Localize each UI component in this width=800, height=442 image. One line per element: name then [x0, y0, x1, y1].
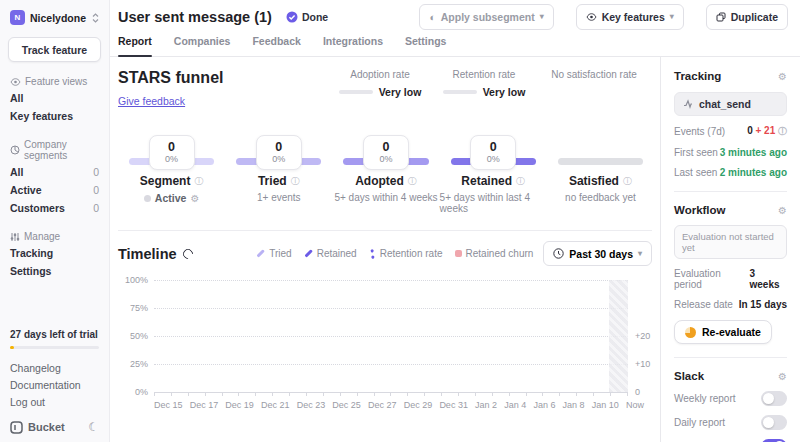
info-icon[interactable]: ⓘ	[516, 175, 525, 188]
sidebar-item-all-features[interactable]: All	[8, 89, 101, 107]
status-badge[interactable]: Done	[286, 11, 328, 23]
evaluation-pie-icon	[685, 327, 696, 338]
chart-legend: Tried Retained Retention rate Retained c…	[256, 248, 533, 259]
last-seen-row: Last seen 2 minutes ago	[674, 167, 787, 178]
gear-icon[interactable]: ⚙	[778, 71, 787, 82]
funnel-stage-retained[interactable]: 0 0% Retainedⓘ 5+ days within last 4 wee…	[440, 135, 547, 214]
stage-bar	[558, 158, 643, 165]
workspace-switcher[interactable]: N Nicelydone Tes...	[8, 10, 101, 25]
sidebar-item-tracking[interactable]: Tracking	[8, 244, 101, 262]
rate-summary: Adoption rate Very low Retention rate Ve…	[328, 69, 654, 98]
date-range-dropdown[interactable]: Past 30 days ▾	[543, 241, 652, 266]
dotted-line-swatch	[367, 248, 378, 259]
legend-retained-churn[interactable]: Retained churn	[455, 248, 534, 259]
tab-feedback[interactable]: Feedback	[252, 33, 300, 56]
adoption-rate: Adoption rate Very low	[328, 69, 432, 98]
retention-rate-bar	[443, 90, 477, 94]
info-icon[interactable]: ⓘ	[623, 175, 632, 188]
duplicate-button[interactable]: Duplicate	[706, 4, 788, 30]
plot-area	[154, 280, 628, 392]
tracking-section-title: Tracking	[674, 70, 721, 82]
key-features-button[interactable]: Key features ▾	[576, 4, 684, 30]
tab-report[interactable]: Report	[118, 33, 152, 56]
left-sidebar: N Nicelydone Tes... Track feature Featur…	[0, 0, 110, 442]
funnel-title: STARS funnel	[118, 69, 223, 87]
sidebar-item-key-features[interactable]: Key features	[8, 107, 101, 125]
x-axis-labels: Dec 15 Dec 17 Dec 19 Dec 21 Dec 23 Dec 2…	[154, 398, 644, 410]
app-root: N Nicelydone Tes... Track feature Featur…	[0, 0, 800, 442]
report-tabs: Report Companies Feedback Integrations S…	[110, 33, 800, 57]
segment-status-dot	[144, 195, 151, 202]
report-content: STARS funnel Give feedback Adoption rate…	[110, 57, 660, 442]
gear-icon[interactable]: ⚙	[190, 193, 199, 204]
daily-report-toggle[interactable]	[761, 415, 787, 430]
eye-icon	[586, 13, 597, 21]
legend-retained[interactable]: Retained	[304, 248, 357, 259]
logout-link[interactable]: Log out	[8, 393, 101, 410]
timeline-spinner-icon	[180, 246, 194, 260]
sidebar-item-segment-active[interactable]: Active0	[8, 181, 101, 199]
page-header: User sent message (1) Done ◐ Apply subse…	[110, 0, 800, 33]
changelog-link[interactable]: Changelog	[8, 359, 101, 376]
event-icon	[683, 99, 693, 109]
info-icon[interactable]: ⓘ	[291, 175, 300, 188]
give-feedback-link[interactable]: Give feedback	[118, 95, 185, 107]
funnel-stage-segment[interactable]: 0 0% Segmentⓘ Active⚙	[118, 135, 225, 214]
line-swatch	[257, 249, 265, 257]
tab-companies[interactable]: Companies	[174, 33, 231, 56]
weekly-report-toggle[interactable]	[761, 391, 787, 406]
satisfaction-rate: No satisfaction rate	[536, 69, 652, 98]
stage-value-card: 0 0%	[470, 135, 516, 170]
done-check-icon	[286, 11, 298, 23]
tab-settings[interactable]: Settings	[405, 33, 446, 56]
legend-retention-rate[interactable]: Retention rate	[369, 248, 443, 259]
square-swatch	[455, 250, 462, 257]
chevron-down-icon: ▾	[540, 12, 544, 21]
info-icon[interactable]: ⓘ	[194, 175, 203, 188]
line-swatch	[304, 249, 312, 257]
sidebar-item-segment-all[interactable]: All0	[8, 163, 101, 181]
feature-views-section-title: Feature views	[10, 76, 99, 87]
release-date-row: Release date In 15 days	[674, 299, 787, 310]
dark-mode-toggle-moon-icon[interactable]: ☾	[88, 420, 99, 434]
stage-value-card: 0 0%	[256, 135, 302, 170]
trial-progress-bar	[10, 346, 99, 349]
retention-rate: Retention rate Very low	[432, 69, 536, 98]
workspace-name: Nicelydone Tes...	[30, 12, 87, 24]
weekly-report-row: Weekly report	[674, 391, 787, 406]
track-feature-button[interactable]: Track feature	[8, 37, 101, 62]
sidebar-item-settings[interactable]: Settings	[8, 262, 101, 280]
workspace-avatar: N	[10, 10, 25, 25]
brand-name: Bucket	[28, 421, 83, 433]
documentation-link[interactable]: Documentation	[8, 376, 101, 393]
trial-days-left: 27 days left of trial	[8, 329, 101, 340]
apply-subsegment-button[interactable]: ◐ Apply subsegment ▾	[419, 4, 553, 30]
pie-chart-icon	[10, 145, 20, 155]
copy-icon	[716, 12, 726, 22]
funnel-stage-tried[interactable]: 0 0% Triedⓘ 1+ events	[225, 135, 332, 214]
re-evaluate-button[interactable]: Re-evaluate	[674, 320, 772, 344]
gear-icon[interactable]: ⚙	[778, 205, 787, 216]
timeline-title: Timeline	[118, 246, 177, 262]
contrast-icon: ◐	[429, 11, 435, 23]
trial-progress-fill	[10, 346, 14, 349]
right-panel: Tracking ⚙ chat_send Events (7d) 0 + 21 …	[660, 57, 800, 442]
info-icon[interactable]: ⓘ	[778, 126, 787, 136]
y-axis-left: 100% 75% 50% 25% 0%	[118, 280, 154, 392]
funnel-stage-satisfied[interactable]: 00% Satisfiedⓘ no feedback yet	[547, 135, 654, 214]
funnel-stage-adopted[interactable]: 0 0% Adoptedⓘ 5+ days within 4 weeks	[332, 135, 439, 214]
event-chip[interactable]: chat_send	[674, 92, 787, 116]
slack-section-title: Slack	[674, 370, 704, 382]
eye-icon	[10, 78, 21, 86]
legend-tried[interactable]: Tried	[256, 248, 291, 259]
manage-section-title: Manage	[10, 231, 99, 242]
tab-integrations[interactable]: Integrations	[323, 33, 383, 56]
bucket-logo	[10, 421, 23, 434]
page-title: User sent message (1)	[118, 9, 272, 25]
gear-icon[interactable]: ⚙	[778, 371, 787, 382]
info-icon[interactable]: ⓘ	[408, 175, 417, 188]
adoption-rate-bar	[339, 90, 373, 94]
y-axis-right: +20 +10 0	[628, 280, 654, 392]
sidebar-item-segment-customers[interactable]: Customers0	[8, 199, 101, 217]
panel-divider	[674, 357, 787, 358]
